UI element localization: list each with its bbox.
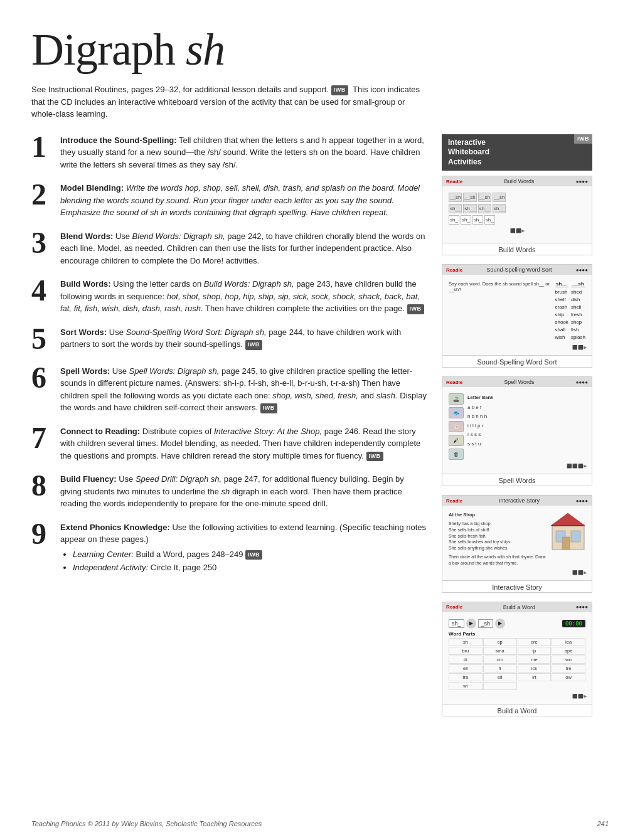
step-number-4: 4 xyxy=(31,275,54,306)
card-nav-3: ●●●● xyxy=(576,380,588,385)
spell-content: 🚢 🐟 🐚 🖌 🗑 Letter Bank a b e f h b h h h … xyxy=(446,391,588,462)
card-header-title-1: Build Words xyxy=(504,178,534,184)
step-content-6: Spell Words: Use Spell Words: Digraph sh… xyxy=(60,365,427,414)
baw-part[interactable]: lea xyxy=(552,638,585,646)
baw-part[interactable]: ow xyxy=(552,673,585,681)
ss-word: shed xyxy=(571,289,585,296)
step-content-9: Extend Phonics Knowledge: Use the follow… xyxy=(60,521,427,575)
baw-part[interactable]: ick xyxy=(518,664,552,673)
baw-part[interactable]: wo xyxy=(552,656,585,664)
shop-svg xyxy=(551,512,585,553)
step-content-5: Sort Words: Use Sound-Spelling Word Sort… xyxy=(60,326,427,351)
bw-cell: sh__ xyxy=(449,204,462,213)
app-name-3: Readle xyxy=(446,380,462,385)
bw-cell: __sh xyxy=(463,193,476,202)
baw-part[interactable]: bru xyxy=(449,647,483,655)
letter-bank-row4: r s s s xyxy=(467,430,493,439)
step-number-5: 5 xyxy=(31,324,54,354)
ss-instr-text: Say each word. Does the sh sound spell s… xyxy=(449,281,553,292)
baw-part[interactable]: op xyxy=(483,638,517,646)
baw-part[interactable]: ell xyxy=(449,664,483,673)
baw-part[interactable]: ip xyxy=(518,647,552,655)
step-6-body: Use Spell Words: Digraph sh, page 245, t… xyxy=(60,366,427,413)
sidebar-card-build-words: Readle Build Words ●●●● __sh __sh __sh _… xyxy=(442,176,592,255)
sidebar-card-build-words-header: Readle Build Words ●●●● xyxy=(442,176,592,186)
sidebar-card-ss-body: Say each word. Does the sh sound spell s… xyxy=(442,275,592,355)
baw-part[interactable]: sh xyxy=(449,638,483,646)
title-italic: sh xyxy=(186,24,225,75)
step-9-title: Extend Phonics Knowledge: xyxy=(60,523,170,532)
bw-row-3: sh_ sh_ sh_ sh_ xyxy=(449,215,585,225)
iwb-badge-6: IWB xyxy=(260,403,277,413)
baw-button-1[interactable]: ▶ xyxy=(466,619,476,629)
ss-instructions: Say each word. Does the sh sound spell s… xyxy=(449,281,553,341)
baw-slot-1: sh_ xyxy=(449,619,464,628)
sidebar: IWB Interactive Whiteboard Activities Re… xyxy=(442,134,592,725)
svg-marker-4 xyxy=(551,513,585,526)
baw-part[interactable] xyxy=(483,682,517,690)
step-9-bullets: Learning Center: Build a Word, pages 248… xyxy=(73,548,427,574)
card-header-title-3: Spell Words xyxy=(504,379,534,385)
baw-part[interactable]: fi xyxy=(483,664,517,673)
word-parts-grid: sh op ore lea bru sma ip ape di cro me w… xyxy=(449,638,585,690)
baw-part[interactable]: ape xyxy=(552,647,585,655)
spell-letter-bank: Letter Bank a b e f h b h h h i i l l p … xyxy=(467,393,493,460)
card-header-title-4: Interactive Story xyxy=(499,497,540,504)
bw-cell: sh_ xyxy=(472,215,483,225)
baw-part[interactable]: cro xyxy=(483,656,517,664)
baw-slot-2: _sh xyxy=(478,619,494,628)
sidebar-card-sw-header: Readle Spell Words ●●●● xyxy=(442,377,592,387)
baw-part[interactable]: di xyxy=(449,656,483,664)
ss-col2: __sh shed dish shell fresh shop fish spl… xyxy=(571,281,585,341)
ss-word: shelf xyxy=(555,296,568,304)
baw-part[interactable]: ore xyxy=(518,638,552,646)
bw-row-1: __sh __sh __sh __sh xyxy=(449,193,585,202)
letter-bank-row3: i i l l p r xyxy=(467,422,493,430)
iwb-badge-5: IWB xyxy=(245,340,262,350)
step-1: 1 Introduce the Sound-Spelling: Tell chi… xyxy=(31,134,427,171)
baw-part[interactable]: sma xyxy=(483,647,517,655)
baw-part[interactable]: me xyxy=(518,656,552,664)
story-illustration xyxy=(551,512,585,566)
step-8: 8 Build Fluency: Use Speed Drill: Digrap… xyxy=(31,473,427,510)
spell-icons: 🚢 🐟 🐚 🖌 🗑 xyxy=(449,393,464,460)
baw-button-2[interactable]: ▶ xyxy=(495,619,505,629)
step-5: 5 Sort Words: Use Sound-Spelling Word So… xyxy=(31,326,427,354)
step-9-bullet-2: Independent Activity: Circle It, page 25… xyxy=(73,561,427,574)
baw-part[interactable]: wi xyxy=(449,682,483,690)
letter-bank-row1: a b e f xyxy=(467,403,493,412)
sidebar-card-sound-spelling: Readle Sound-Spelling Word Sort ●●●● Say… xyxy=(442,264,592,368)
step-number-9: 9 xyxy=(31,519,54,549)
ss-word: ship xyxy=(555,311,568,319)
bw-row-2: sh__ sh__ sh__ sh__ xyxy=(449,204,585,213)
ss-col1: sh__ brush shelf crash ship shook shall … xyxy=(555,281,568,341)
ss-content: Say each word. Does the sh sound spell s… xyxy=(446,279,588,344)
step-3: 3 Blend Words: Use Blend Words: Digraph … xyxy=(31,230,427,267)
bw-cell: __sh xyxy=(493,193,506,202)
baw-part[interactable]: tra xyxy=(449,673,483,681)
letter-bank-row2: h b h h h xyxy=(467,412,493,421)
step-9-bullet-1-text: Learning Center: xyxy=(73,550,134,559)
baw-part[interactable]: ell xyxy=(483,673,517,681)
step-number-2: 2 xyxy=(31,179,54,210)
baw-part[interactable]: fre xyxy=(552,664,585,673)
svg-rect-2 xyxy=(571,531,580,542)
content-area: 1 Introduce the Sound-Spelling: Tell chi… xyxy=(31,134,427,725)
card-header-title-5: Build a Word xyxy=(503,604,535,610)
baw-part[interactable]: irt xyxy=(518,673,552,681)
step-9-bullet-1: Learning Center: Build a Word, pages 248… xyxy=(73,548,427,561)
spell-icon-shell: 🐚 xyxy=(449,421,464,432)
page-footer: Teaching Phonics © 2011 by Wiley Blevins… xyxy=(31,820,609,827)
bw-controls: ⬛⬛▶ xyxy=(446,227,588,235)
ss-word: shell xyxy=(571,304,585,311)
sidebar-card-interactive-story: Readle Interactive Story ●●●● At the Sho… xyxy=(442,495,592,592)
step-6: 6 Spell Words: Use Spell Words: Digraph … xyxy=(31,365,427,414)
card-nav-4: ●●●● xyxy=(576,498,588,504)
step-4: 4 Build Words: Using the letter cards on… xyxy=(31,278,427,315)
story-body-text: Shelly has a big shop.She sells lots of … xyxy=(449,521,548,551)
step-content-2: Model Blending: Write the words hop, sho… xyxy=(60,182,427,219)
story-prompt: Then circle all the words with sh that r… xyxy=(449,554,548,566)
step-content-8: Build Fluency: Use Speed Drill: Digraph … xyxy=(60,473,427,510)
step-content-3: Blend Words: Use Blend Words: Digraph sh… xyxy=(60,230,427,267)
ss-word: fish xyxy=(571,326,585,334)
